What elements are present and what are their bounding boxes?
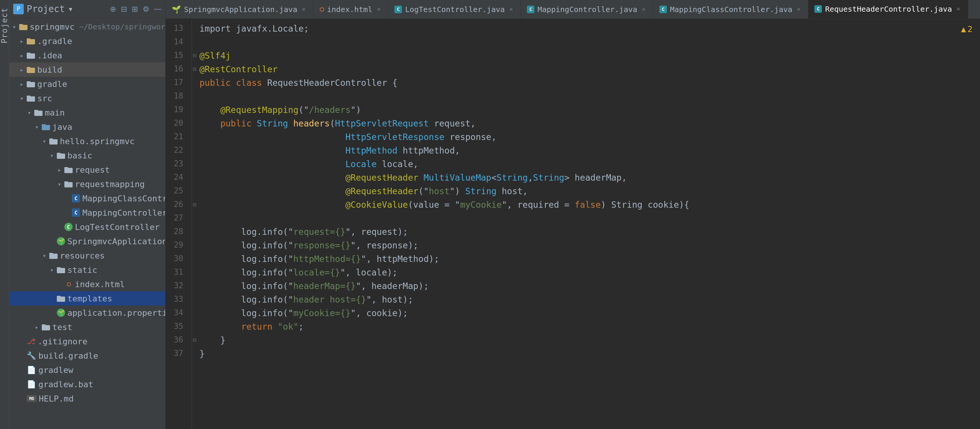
- tree-item-build[interactable]: build: [10, 62, 165, 77]
- minimize-button[interactable]: —: [154, 5, 161, 13]
- tree-item-springmvc-app[interactable]: 🌱 SpringmvcApplication: [10, 234, 165, 248]
- code-token: ;: [298, 320, 304, 334]
- code-token: ) String cookie){: [601, 198, 689, 212]
- svg-rect-20: [64, 168, 73, 173]
- tree-item-java[interactable]: java: [10, 120, 165, 134]
- line-num-30: 30: [165, 252, 187, 266]
- code-token: [199, 103, 220, 117]
- class-icon-green: C: [64, 223, 73, 231]
- code-line-16: ⊟ @RestController: [199, 62, 972, 76]
- tree-item-basic[interactable]: basic: [10, 148, 165, 162]
- tab-springmvc-application[interactable]: 🌱 SpringmvcApplication.java ×: [165, 0, 313, 18]
- tree-item-gradle-dir[interactable]: gradle: [10, 77, 165, 91]
- tab-log-test-controller[interactable]: C LogTestController.java ×: [388, 0, 521, 18]
- settings-button[interactable]: ⚙: [143, 5, 150, 14]
- code-token: host: [429, 184, 449, 198]
- tree-item-label: index.html: [75, 280, 124, 289]
- code-token: class: [236, 76, 267, 90]
- code-line-36: ⊟ }: [199, 334, 972, 347]
- code-token: @RestController: [199, 62, 278, 76]
- tree-arrow: [13, 23, 19, 30]
- tree-item-hello-springmvc[interactable]: hello.springmvc: [10, 134, 165, 148]
- line-num-26: 26: [165, 198, 187, 211]
- line-num-37: 37: [165, 347, 187, 361]
- tree-item-help-md[interactable]: MD HELP.md: [10, 391, 165, 406]
- code-token: RequestHeaderController {: [267, 76, 398, 90]
- tree-item-requestmapping[interactable]: requestmapping: [10, 177, 165, 191]
- code-token: ", cookie);: [351, 306, 408, 320]
- fold-icon[interactable]: ⊟: [192, 200, 196, 210]
- project-sidebar-tab[interactable]: Project: [0, 0, 10, 429]
- tree-item-mapping-class-controller[interactable]: C MappingClassController: [10, 191, 165, 205]
- tree-item-index-html[interactable]: ⬡ index.html: [10, 277, 165, 291]
- line-num-23: 23: [165, 157, 187, 171]
- tree-item-test[interactable]: test: [10, 320, 165, 334]
- tab-close-button[interactable]: ×: [795, 6, 802, 13]
- code-token: HttpServletResponse: [345, 130, 444, 144]
- tab-request-header-controller[interactable]: C RequestHeaderController.java ×: [808, 0, 968, 18]
- tree-item-gradle-hidden[interactable]: .gradle: [10, 34, 165, 48]
- tab-close-button[interactable]: ×: [508, 6, 514, 13]
- line-num-17: 17: [165, 76, 187, 89]
- tab-mapping-class-controller[interactable]: C MappingClassController.java ×: [653, 0, 808, 18]
- tree-item-log-test-controller[interactable]: C LogTestController: [10, 220, 165, 234]
- tree-item-mapping-controller[interactable]: C MappingController: [10, 205, 165, 220]
- tab-label: MappingController.java: [538, 5, 637, 14]
- editor-area: 🌱 SpringmvcApplication.java × ⬡ index.ht…: [165, 0, 980, 429]
- tab-close-button[interactable]: ×: [640, 6, 647, 13]
- tree-item-gitignore[interactable]: ⎇ .gitignore: [10, 334, 165, 348]
- code-token: @RequestHeader: [345, 184, 418, 198]
- line-num-28: 28: [165, 225, 187, 238]
- code-token: log: [199, 225, 257, 239]
- folder-icon: [27, 38, 35, 44]
- line-num-25: 25: [165, 184, 187, 198]
- tree-item-springmvc[interactable]: springmvc ~/Desktop/springworkspace/spri…: [10, 19, 165, 34]
- project-tree: springmvc ~/Desktop/springworkspace/spri…: [10, 18, 165, 429]
- tree-arrow: [35, 324, 42, 331]
- expand-button[interactable]: ⊞: [132, 5, 138, 14]
- tab-index-html[interactable]: ⬡ index.html ×: [313, 0, 388, 18]
- tree-item-gradlew[interactable]: 📄 gradlew: [10, 363, 165, 377]
- tab-icon-html: ⬡: [320, 6, 324, 13]
- tree-item-resources[interactable]: resources: [10, 248, 165, 263]
- tree-item-build-gradle[interactable]: 🔧 build.gradle: [10, 348, 165, 363]
- code-token: return: [241, 320, 278, 334]
- collapse-all-button[interactable]: ⊟: [121, 5, 127, 14]
- tree-item-static[interactable]: static: [10, 263, 165, 277]
- code-line-15: ⊟ @Slf4j: [199, 49, 972, 62]
- tree-item-app-properties[interactable]: 🌱 application.properties: [10, 305, 165, 320]
- locate-button[interactable]: ⊕: [110, 5, 116, 14]
- tree-item-request[interactable]: request: [10, 162, 165, 177]
- code-token: Locale: [345, 157, 377, 171]
- tab-close-button[interactable]: ×: [375, 6, 382, 13]
- code-line-21: HttpServletResponse response,: [199, 130, 972, 144]
- svg-rect-23: [64, 181, 68, 183]
- tab-mapping-controller[interactable]: C MappingController.java ×: [521, 0, 653, 18]
- fold-icon[interactable]: ⊟: [192, 64, 196, 74]
- code-token: String: [533, 171, 564, 185]
- svg-rect-0: [19, 25, 27, 30]
- fold-icon[interactable]: ⊟: [192, 335, 196, 345]
- project-dropdown-icon[interactable]: ▾: [68, 4, 73, 14]
- tree-item-main[interactable]: main: [10, 105, 165, 120]
- tree-item-templates[interactable]: templates: [10, 291, 165, 305]
- markdown-icon: MD: [27, 395, 37, 402]
- tree-item-idea[interactable]: .idea: [10, 48, 165, 62]
- line-num-14: 14: [165, 35, 187, 49]
- code-token: response={}: [293, 238, 350, 253]
- fold-icon[interactable]: ⊟: [192, 51, 196, 60]
- tab-close-button[interactable]: ×: [955, 6, 962, 13]
- code-token: public: [220, 117, 257, 130]
- svg-rect-24: [49, 254, 57, 259]
- tab-close-button[interactable]: ×: [300, 6, 307, 13]
- folder-icon: [64, 166, 73, 173]
- tree-item-src[interactable]: src: [10, 91, 165, 105]
- code-line-17: public class RequestHeaderController {: [199, 76, 972, 89]
- tree-arrow: [20, 38, 27, 45]
- git-icon: ⎇: [27, 337, 35, 346]
- code-token: (": [418, 184, 429, 198]
- tree-item-gradlew-bat[interactable]: 📄 gradlew.bat: [10, 377, 165, 391]
- code-line-30: log.info("httpMethod={}", httpMethod);: [199, 252, 972, 266]
- code-token: public: [199, 76, 236, 90]
- code-editor[interactable]: ▲ 2 import javafx.Locale; ⊟ @Slf4j ⊟ @Re…: [192, 19, 980, 429]
